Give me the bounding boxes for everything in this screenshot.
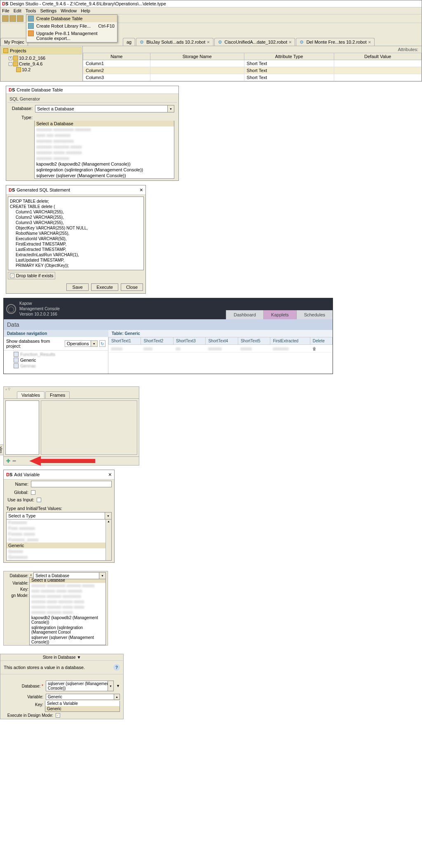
- option-generic[interactable]: Generic: [45, 706, 120, 711]
- table-row[interactable]: xxxxxxxxxxxxxxxxxxxxxxxxxxxxx: [109, 345, 333, 353]
- menu-settings[interactable]: Settings: [40, 8, 56, 13]
- tab-variables[interactable]: Variables: [17, 391, 45, 398]
- refresh-button[interactable]: ↻: [99, 340, 106, 347]
- help-icon[interactable]: ?: [113, 664, 120, 671]
- menu-create-robot-library[interactable]: Create Robot Library File... Ctrl-F10: [26, 22, 117, 30]
- close-icon[interactable]: ×: [289, 40, 291, 44]
- toolbar-icon-3[interactable]: [17, 15, 23, 22]
- close-icon[interactable]: ×: [207, 40, 209, 44]
- tab-robot-1[interactable]: BluJay Soluti...ads 10.2.robot ×: [136, 38, 213, 46]
- list-item-sqlintegration[interactable]: sqlintegration (sqlintegration (Manageme…: [35, 167, 174, 173]
- list-item-sqlintegration[interactable]: sqlintegration (sqlintegration (Manageme…: [30, 625, 106, 635]
- col-storage[interactable]: Storage Name: [150, 53, 244, 60]
- close-button[interactable]: Close: [121, 283, 143, 291]
- list-item-sqlserver[interactable]: sqlserver (sqlserver (Management Console…: [30, 635, 106, 645]
- close-icon[interactable]: ×: [368, 40, 371, 44]
- list-item[interactable]: xxxxxxx xxxxxxx xxxxx: [35, 144, 174, 150]
- scrollbar[interactable]: [106, 519, 111, 560]
- list-item[interactable]: xxxxxxx xxxxxxx xxxxx xxxxx: [30, 604, 106, 610]
- tab-my-projects[interactable]: My Projec: [0, 38, 28, 46]
- col-name[interactable]: Name: [83, 53, 150, 60]
- collapse-icon[interactable]: -: [9, 62, 12, 66]
- list-item[interactable]: xxxxxxx xxxxxxxxx xxxxxxx: [35, 126, 174, 132]
- list-item[interactable]: Gxxxxxxx: [7, 554, 111, 560]
- menu-create-database-table[interactable]: Create Database Table: [26, 15, 117, 22]
- list-item-kapowdb2[interactable]: kapowdb2 (kapowdb2 (Management Console)): [30, 615, 106, 625]
- panel-toggle[interactable]: ▵ ▽: [4, 387, 139, 391]
- tab-dashboard[interactable]: Dashboard: [226, 310, 263, 319]
- table-row[interactable]: Column1Short Text: [83, 60, 422, 67]
- toolbar-icon-2[interactable]: [9, 15, 16, 22]
- tab-robot-2[interactable]: CiscoUnifiedA...date_102.robot ×: [214, 38, 295, 46]
- col-st4[interactable]: ShortText4: [206, 337, 238, 345]
- save-button[interactable]: Save: [66, 283, 89, 291]
- list-item-generic[interactable]: Generic: [7, 543, 111, 548]
- col-type[interactable]: Attribute Type: [244, 53, 334, 60]
- list-item[interactable]: xxxxxxx xxxxxxx xxxxxxxxx: [30, 594, 106, 599]
- list-item[interactable]: xxxxxxx xxxxxxx xxxxx: [30, 610, 106, 615]
- execute-mode-checkbox[interactable]: ✓: [56, 713, 60, 718]
- close-icon[interactable]: ×: [108, 471, 112, 478]
- expand-icon[interactable]: +: [9, 56, 12, 60]
- list-item[interactable]: Select a Database: [35, 121, 174, 126]
- tree-item-generic[interactable]: Generic: [6, 357, 106, 363]
- list-item[interactable]: Fxxxxx xxxxx: [7, 531, 111, 537]
- sql-textarea[interactable]: DROP TABLE delete; CREATE TABLE delete (…: [8, 197, 144, 270]
- tab-robot-3[interactable]: Del Monte Fre...tes 10.2.robot ×: [296, 38, 375, 46]
- menu-edit[interactable]: Edit: [14, 8, 21, 13]
- variable-select[interactable]: Generic ▲: [46, 694, 120, 700]
- menu-upgrade-export[interactable]: Upgrade Pre-8.1 Management Console expor…: [26, 30, 117, 42]
- database-list[interactable]: Select a Database xxxxxxx xxxxxxxxx xxxx…: [34, 121, 174, 179]
- tree-item[interactable]: Gennac: [6, 363, 106, 369]
- list-item-sqlserver[interactable]: sqlserver (sqlserver (Management Console…: [35, 173, 174, 178]
- tree-item[interactable]: Function_Results: [6, 351, 106, 357]
- list-item[interactable]: Fxxxxxxx: [7, 519, 111, 525]
- drop-table-checkbox[interactable]: ✓ Drop table if exists: [8, 272, 55, 279]
- tab-suffix[interactable]: ag: [123, 38, 135, 46]
- menu-help[interactable]: Help: [81, 8, 90, 13]
- table-row[interactable]: Column2Short Text: [83, 67, 422, 74]
- name-input[interactable]: [31, 481, 112, 487]
- tree-node-3[interactable]: 10.2: [3, 67, 82, 73]
- col-st1[interactable]: ShortText1: [109, 337, 141, 345]
- database-select[interactable]: Select a Database: [35, 105, 174, 112]
- panel-header[interactable]: Store in Database ▼: [0, 654, 123, 661]
- col-st3[interactable]: ShortText3: [173, 337, 205, 345]
- table-row[interactable]: Column3Short Text: [83, 74, 422, 81]
- list-item[interactable]: xxxxxxx xxxxxxxxx: [35, 138, 174, 144]
- database-select[interactable]: Select a Database: [33, 572, 106, 579]
- dropdown-arrow-icon[interactable]: [167, 105, 174, 112]
- option-select-variable[interactable]: Select a Variable: [45, 701, 120, 706]
- type-select[interactable]: Select a Type: [6, 512, 112, 519]
- col-st2[interactable]: ShortText2: [141, 337, 173, 345]
- list-item[interactable]: xxxxxxx xxxxxxx: [35, 155, 174, 161]
- list-item[interactable]: xxxxxxx xxxxx xxxxxxx: [35, 150, 174, 155]
- tree-node-1[interactable]: + 10.2.0.2_166: [3, 55, 82, 61]
- global-checkbox[interactable]: [31, 490, 35, 495]
- col-delete[interactable]: Delete: [310, 337, 332, 345]
- list-item[interactable]: Gxxxxx: [7, 548, 111, 554]
- execute-button[interactable]: Execute: [91, 283, 118, 291]
- list-item[interactable]: xxxx xxx xxxxxxx: [35, 132, 174, 138]
- list-item[interactable]: Gxxxxxxxxxx: [7, 560, 111, 561]
- list-item[interactable]: Fxxxxxx_xxxxx: [7, 537, 111, 543]
- database-select[interactable]: sqlserver (sqlserver (Management Console…: [46, 681, 114, 691]
- more-icon[interactable]: ▼: [116, 684, 120, 688]
- variable-options[interactable]: Select a Variable Generic: [45, 701, 120, 712]
- tab-schedules[interactable]: Schedules: [296, 310, 333, 319]
- project-select[interactable]: Operations: [65, 340, 98, 347]
- toolbar-icon-1[interactable]: [2, 15, 9, 22]
- list-item[interactable]: xxxxxxx xxxxxxxxx xxxxxxx xxxxxx: [30, 583, 106, 588]
- list-item[interactable]: xxxx xxxxxxx xxxxx xxxxxxx: [30, 588, 106, 594]
- close-icon[interactable]: ×: [140, 187, 143, 193]
- col-st5[interactable]: ShortText5: [238, 337, 270, 345]
- menu-file[interactable]: File: [2, 8, 9, 13]
- list-item[interactable]: xxxxxxx xxxxx xxxxxxx xxxxx: [30, 599, 106, 604]
- list-item-kapowdb2[interactable]: kapowdb2 (kapowdb2 (Management Console)): [35, 161, 174, 167]
- tab-frames[interactable]: Frames: [45, 391, 70, 398]
- tab-kapplets[interactable]: Kapplets: [263, 310, 296, 319]
- col-default[interactable]: Default Value: [334, 53, 422, 60]
- tree-node-2[interactable]: - Crete_9.4.6: [3, 61, 82, 67]
- use-as-input-checkbox[interactable]: [37, 498, 41, 502]
- variables-list[interactable]: [5, 400, 39, 455]
